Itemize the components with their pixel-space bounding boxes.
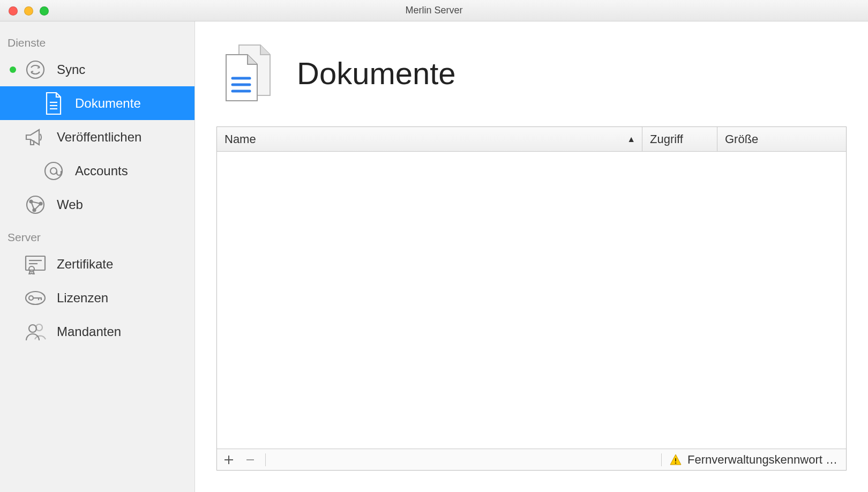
- documents-hero-icon: [216, 41, 281, 105]
- sync-icon: [24, 58, 47, 81]
- window-controls: [9, 6, 49, 16]
- network-icon: [24, 193, 47, 217]
- sidebar-item-accounts[interactable]: Accounts: [0, 154, 194, 188]
- page-title: Dokumente: [297, 55, 456, 91]
- column-label: Name: [225, 132, 256, 146]
- svg-point-5: [50, 168, 57, 174]
- toolbar-separator: [265, 453, 266, 466]
- remove-button[interactable]: [242, 451, 259, 468]
- zoom-window-button[interactable]: [40, 6, 49, 16]
- sidebar-item-mandanten[interactable]: Mandanten: [0, 315, 194, 348]
- sidebar-item-web[interactable]: Web: [0, 188, 194, 221]
- sidebar-item-label: Mandanten: [57, 324, 194, 339]
- sidebar-item-label: Accounts: [75, 163, 194, 178]
- certificate-icon: [24, 252, 47, 276]
- svg-point-22: [29, 325, 36, 332]
- table-body: [217, 152, 846, 449]
- table-footer: Fernverwaltungskennwort …: [217, 449, 846, 470]
- svg-point-0: [27, 61, 44, 78]
- column-label: Zugriff: [650, 132, 683, 146]
- document-icon: [42, 92, 65, 115]
- sidebar: Dienste Sync: [0, 21, 195, 492]
- toolbar-separator: [661, 453, 662, 466]
- sidebar-item-label: Lizenzen: [57, 290, 194, 305]
- megaphone-icon: [24, 125, 47, 149]
- window-body: Dienste Sync: [0, 21, 868, 492]
- sidebar-item-veroeffentlichen[interactable]: Veröffentlichen: [0, 120, 194, 154]
- sidebar-item-label: Sync: [57, 62, 194, 77]
- column-header-groesse[interactable]: Größe: [717, 127, 846, 151]
- svg-point-31: [675, 462, 677, 464]
- sidebar-item-label: Veröffentlichen: [57, 130, 194, 145]
- app-window: Merlin Server Dienste Sync: [0, 0, 868, 492]
- column-label: Größe: [725, 132, 758, 146]
- sidebar-item-zertifikate[interactable]: Zertifikate: [0, 247, 194, 281]
- column-header-name[interactable]: Name ▲: [217, 127, 642, 151]
- content-header: Dokumente: [195, 27, 868, 126]
- sidebar-item-label: Zertifikate: [57, 257, 194, 272]
- sidebar-section-server: Server: [0, 221, 194, 247]
- sidebar-item-label: Web: [57, 197, 194, 212]
- footer-status-text: Fernverwaltungskennwort …: [687, 453, 837, 467]
- at-sign-icon: [42, 159, 65, 183]
- svg-point-4: [45, 162, 62, 180]
- svg-line-11: [34, 204, 41, 210]
- minimize-window-button[interactable]: [24, 6, 33, 16]
- svg-point-18: [29, 296, 33, 300]
- close-window-button[interactable]: [9, 6, 18, 16]
- svg-line-12: [31, 202, 34, 210]
- footer-status[interactable]: Fernverwaltungskennwort …: [659, 453, 843, 467]
- documents-table: Name ▲ Zugriff Größe: [216, 126, 847, 471]
- warning-icon: [669, 453, 682, 466]
- sidebar-item-dokumente[interactable]: Dokumente: [0, 86, 194, 120]
- add-button[interactable]: [220, 451, 237, 468]
- sidebar-item-sync[interactable]: Sync: [0, 53, 194, 86]
- titlebar: Merlin Server: [0, 0, 868, 21]
- sort-ascending-icon: ▲: [627, 135, 635, 144]
- table-header: Name ▲ Zugriff Größe: [217, 127, 846, 152]
- window-title: Merlin Server: [405, 5, 462, 16]
- column-header-zugriff[interactable]: Zugriff: [642, 127, 717, 151]
- status-indicator-green: [10, 66, 16, 73]
- svg-point-16: [29, 266, 34, 272]
- people-icon: [24, 320, 47, 344]
- key-icon: [24, 286, 47, 310]
- main-content: Dokumente Name ▲ Zugriff Größe: [195, 21, 868, 492]
- sidebar-section-dienste: Dienste: [0, 27, 194, 53]
- sidebar-item-lizenzen[interactable]: Lizenzen: [0, 281, 194, 315]
- sidebar-item-label: Dokumente: [75, 96, 194, 111]
